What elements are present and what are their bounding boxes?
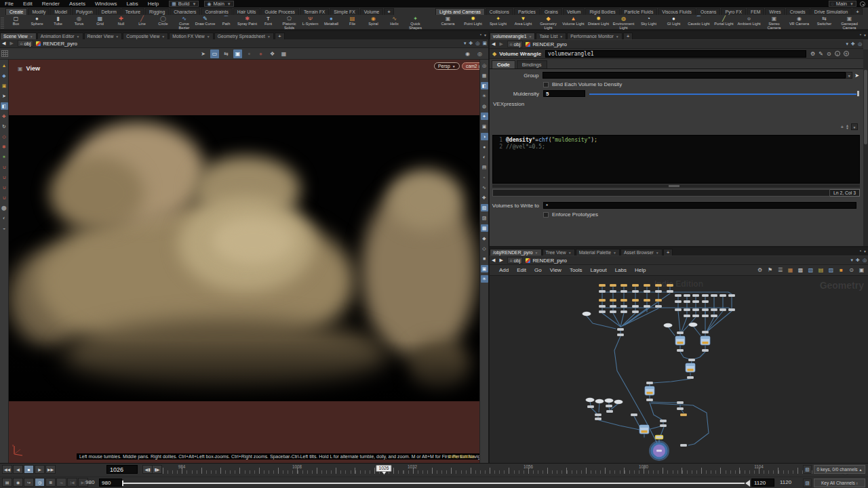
network-node[interactable] <box>646 382 653 384</box>
persp-view-button[interactable]: Persp ▼ <box>434 62 460 70</box>
shelf-tool-draw-curve[interactable]: ✎Draw Curve <box>195 15 216 26</box>
sync-icon[interactable]: ◎ <box>858 41 862 47</box>
orient-handle-icon[interactable]: ◎ <box>475 49 484 58</box>
shelf-tab-wires[interactable]: Wires <box>765 8 785 15</box>
handles-tool[interactable]: ▣ <box>233 49 242 58</box>
select-objects-tool[interactable]: ➤ <box>199 49 208 58</box>
shelf-drag-handle[interactable] <box>1 16 4 28</box>
shelf-tab-rigid-bodies[interactable]: Rigid Bodies <box>585 8 619 15</box>
shelf-tab-create[interactable]: Create <box>5 8 27 15</box>
add-pane-tab-button[interactable]: + <box>623 33 633 39</box>
shelf-tool-path[interactable]: ⌒Path <box>216 15 237 26</box>
snapshot-cam-icon[interactable]: ▣ <box>481 265 488 272</box>
network-node-filecache[interactable] <box>639 425 649 434</box>
sop-tool-icon[interactable]: ◆ <box>1 72 8 79</box>
current-frame-field[interactable] <box>106 465 138 474</box>
menu-help[interactable]: Help <box>143 0 163 7</box>
network-node[interactable] <box>677 349 684 352</box>
network-node[interactable] <box>667 290 673 293</box>
forward-icon[interactable]: ▶ <box>7 41 15 46</box>
shelf-tab-crowds[interactable]: Crowds <box>786 8 810 15</box>
network-node[interactable] <box>660 424 667 427</box>
shelf-tool-file[interactable]: ▤File <box>342 15 363 26</box>
stop-button[interactable]: ■ <box>24 465 34 474</box>
select-arrow-icon[interactable]: ➤ <box>854 73 859 79</box>
chevron-down-icon[interactable]: ▼ <box>529 35 532 39</box>
hq-lighting-icon[interactable]: ✦ <box>481 113 488 120</box>
network-node[interactable] <box>677 401 684 404</box>
chevron-down-icon[interactable]: ▾ <box>846 41 849 47</box>
shelf-tab-terrain-fx[interactable]: Terrain FX <box>300 8 329 15</box>
materials-icon[interactable]: ● <box>481 143 488 150</box>
net-menu-labs[interactable]: Labs <box>611 266 631 274</box>
network-node[interactable] <box>719 294 726 297</box>
shelf-tool-font[interactable]: TFont <box>258 15 279 26</box>
node-name-field[interactable] <box>545 50 806 58</box>
path-node-chip[interactable]: RENDER_pyro <box>526 41 566 47</box>
pane-tab-take-list[interactable]: Take List▼ <box>536 33 566 39</box>
node-graph[interactable] <box>490 276 868 463</box>
pane-tab-volumewrangle1[interactable]: volumewrangle1▼ <box>490 33 535 39</box>
network-node-yellow[interactable] <box>610 284 616 287</box>
shelf-tab-particles[interactable]: Particles <box>514 8 540 15</box>
network-node-yellow[interactable] <box>599 284 606 287</box>
menu-windows[interactable]: Windows <box>90 0 121 7</box>
network-node[interactable] <box>675 300 682 303</box>
spinner-arrows-icon[interactable]: ▲▼ <box>846 124 849 129</box>
gamma-icon[interactable]: ◆ <box>481 235 488 242</box>
network-node-filecache[interactable] <box>701 336 710 345</box>
network-node[interactable] <box>595 413 601 416</box>
network-node-null[interactable] <box>664 323 673 327</box>
camera-view-button[interactable]: cam2 ◧ ▼ <box>462 62 479 70</box>
network-node-current[interactable] <box>650 441 669 460</box>
chevron-down-icon[interactable]: ▼ <box>568 251 572 255</box>
shelf-tool-spot-light[interactable]: ✦Spot Light <box>486 15 511 26</box>
go-start-button[interactable]: ◀◀ <box>2 465 12 474</box>
chevron-down-icon[interactable]: ▾ <box>464 41 467 46</box>
network-node[interactable] <box>606 405 612 407</box>
flipbook-icon[interactable]: ☀ <box>481 275 488 283</box>
network-node[interactable] <box>632 290 639 293</box>
shelf-tool-gi-light[interactable]: ●GI Light <box>661 15 686 26</box>
shelf-tab-constraints[interactable]: Constraints <box>201 8 232 15</box>
network-node-null[interactable] <box>605 399 614 403</box>
grid-display-icon[interactable]: ▩ <box>481 224 488 232</box>
shelf-tool-portal-light[interactable]: ╱Portal Light <box>711 15 736 26</box>
network-node[interactable] <box>692 314 699 317</box>
network-node[interactable] <box>702 331 709 333</box>
network-node[interactable] <box>711 308 717 311</box>
network-node[interactable] <box>728 308 735 311</box>
shelf-tab-rigging[interactable]: Rigging <box>145 8 169 15</box>
chevron-down-icon[interactable]: ▼ <box>559 35 563 39</box>
path-root-chip[interactable]: ⌂obj <box>507 257 524 264</box>
play-button[interactable]: ▶ <box>35 465 45 474</box>
chevron-down-icon[interactable]: ▼ <box>613 251 616 255</box>
shelf-tool-gamepad-camera[interactable]: ▣Gamepad Camera <box>837 15 862 30</box>
add-shelf-tab-button[interactable]: + <box>852 8 863 15</box>
pose-tool-icon[interactable]: ✱ <box>1 143 8 150</box>
shelf-tool-line[interactable]: ╱Line <box>132 15 153 26</box>
chevron-down-icon[interactable]: ▼ <box>656 251 659 255</box>
network-node[interactable] <box>688 359 695 361</box>
menu-file[interactable]: File <box>0 0 18 7</box>
chevron-down-icon[interactable]: ▼ <box>30 35 33 39</box>
shelf-tool-box[interactable]: ▢Box <box>5 15 26 26</box>
range-left-icon[interactable]: |◀ <box>67 478 77 487</box>
view-quad-icon[interactable]: ⬤ <box>1 204 8 211</box>
network-node[interactable] <box>632 305 639 308</box>
shelf-tab-oceans[interactable]: Oceans <box>696 8 720 15</box>
maximize-pane-icon[interactable]: ▪ <box>860 249 861 253</box>
network-node[interactable] <box>632 310 639 313</box>
snap-grid-icon[interactable]: ∪ <box>1 163 8 171</box>
shelf-tab-modify[interactable]: Modify <box>28 8 50 15</box>
help-icon[interactable]: ? <box>844 51 849 56</box>
range-start-field[interactable]: 980 <box>99 479 122 487</box>
network-node-filecache[interactable] <box>686 363 695 372</box>
network-node[interactable] <box>595 418 601 420</box>
network-node[interactable] <box>599 305 606 308</box>
desktop-selector[interactable]: ▦ Build ▼ <box>169 1 199 7</box>
shelf-tool-circle[interactable]: ◯Circle <box>153 15 174 26</box>
playback-range-icon[interactable]: → <box>56 478 66 487</box>
volume-tool-icon[interactable]: ▲ <box>1 62 8 69</box>
network-node[interactable] <box>719 308 726 311</box>
